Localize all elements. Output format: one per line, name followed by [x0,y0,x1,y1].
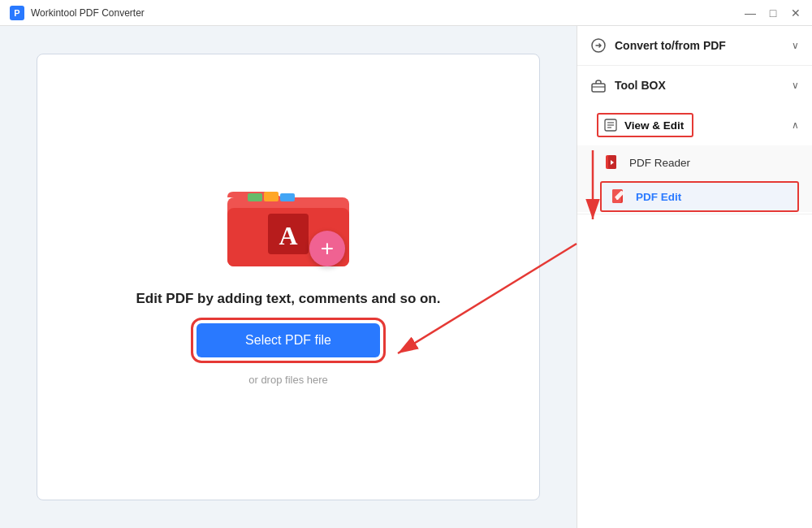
drop-hint: or drop files here [248,374,328,386]
svg-rect-3 [264,192,279,201]
titlebar-left: P Workintool PDF Converter [10,6,145,20]
view-edit-left: View & Edit [597,113,693,137]
convert-chevron: ∨ [792,40,799,51]
pdf-edit-label: PDF Edit [636,191,681,203]
svg-rect-2 [248,193,262,201]
plus-badge: + [309,231,345,266]
maximize-button[interactable]: □ [767,6,780,19]
minimize-button[interactable]: — [744,6,757,19]
window-controls: — □ ✕ [744,6,802,19]
drop-zone[interactable]: A + Edit PDF by adding text, comments an… [37,54,540,500]
content-area: A + Edit PDF by adding text, comments an… [0,26,577,528]
convert-section-label: Convert to/from PDF [615,39,726,52]
view-edit-sub-items: PDF Reader PDF Edit [577,145,812,212]
toolbox-chevron: ∨ [792,80,799,91]
drop-description: Edit PDF by adding text, comments and so… [136,291,441,307]
app-title: Workintool PDF Converter [31,7,145,19]
view-edit-chevron: ∧ [792,119,799,131]
titlebar: P Workintool PDF Converter — □ ✕ [0,0,812,26]
select-pdf-button[interactable]: Select PDF file [197,323,380,357]
sidebar: Convert to/from PDF ∨ Tool BOX [577,26,812,528]
pdf-reader-label: PDF Reader [629,157,690,169]
app-logo: P [10,6,24,20]
app-body: A + Edit PDF by adding text, comments an… [0,26,812,528]
pdf-reader-icon [603,154,621,171]
toolbox-section-header[interactable]: Tool BOX ∨ [577,66,812,105]
toolbox-section-label: Tool BOX [615,79,666,92]
toolbox-icon [590,77,607,93]
view-edit-label: View & Edit [624,119,684,132]
sidebar-item-pdf-reader[interactable]: PDF Reader [577,145,812,180]
sidebar-section-toolbox: Tool BOX ∨ View & Edit [577,66,812,214]
svg-text:A: A [279,221,297,250]
convert-icon [590,37,607,54]
sidebar-section-convert: Convert to/from PDF ∨ [577,26,812,66]
convert-section-header[interactable]: Convert to/from PDF ∨ [577,26,812,65]
view-edit-header[interactable]: View & Edit ∧ [577,105,812,145]
convert-section-left: Convert to/from PDF [590,37,726,54]
svg-rect-8 [592,84,605,92]
toolbox-section-left: Tool BOX [590,77,666,93]
sidebar-item-pdf-edit[interactable]: PDF Edit [600,181,799,212]
view-edit-icon [603,118,618,132]
close-button[interactable]: ✕ [789,6,802,19]
pdf-edit-icon [610,188,628,206]
svg-rect-4 [280,193,295,201]
folder-icon-wrap: A + [223,169,353,275]
